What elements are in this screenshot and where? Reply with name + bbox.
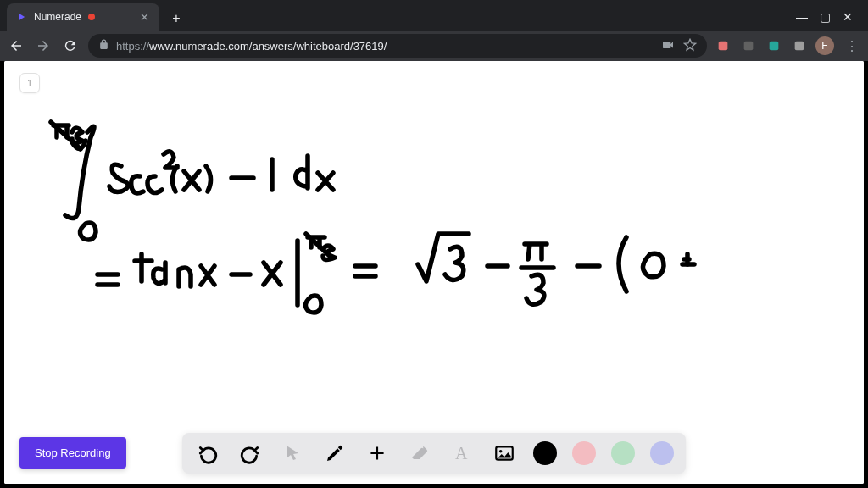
- redo-icon[interactable]: [236, 440, 264, 467]
- eraser-icon[interactable]: [406, 440, 433, 467]
- add-icon[interactable]: [364, 440, 391, 467]
- stop-recording-button[interactable]: Stop Recording: [19, 437, 126, 469]
- extension-icon-4[interactable]: [792, 38, 807, 53]
- color-swatch-purple[interactable]: [650, 441, 674, 465]
- extension-icon-3[interactable]: [766, 38, 782, 53]
- extension-icon-2[interactable]: [741, 38, 756, 53]
- minimize-icon[interactable]: —: [796, 10, 808, 24]
- avatar[interactable]: F: [815, 36, 834, 55]
- maximize-icon[interactable]: ▢: [820, 10, 831, 24]
- tab-bar: Numerade ✕ + — ▢ ✕: [0, 0, 868, 30]
- pen-icon[interactable]: [321, 440, 348, 467]
- svg-rect-0: [719, 42, 728, 51]
- play-icon: [15, 11, 27, 23]
- forward-icon[interactable]: [34, 36, 53, 55]
- menu-icon[interactable]: ⋮: [843, 36, 861, 55]
- window-controls: — ▢ ✕: [796, 10, 861, 30]
- undo-icon[interactable]: [194, 440, 221, 467]
- cursor-icon[interactable]: [279, 440, 306, 467]
- color-swatch-pink[interactable]: [572, 441, 596, 465]
- whiteboard-canvas[interactable]: 1: [4, 61, 864, 484]
- camera-icon[interactable]: [661, 38, 675, 54]
- color-swatch-green[interactable]: [611, 441, 635, 465]
- whiteboard-toolbar: A: [182, 433, 686, 474]
- tab-title: Numerade: [34, 11, 81, 23]
- svg-text:A: A: [455, 444, 468, 463]
- close-window-icon[interactable]: ✕: [843, 10, 853, 24]
- url-text: https://www.numerade.com/answers/whitebo…: [116, 40, 387, 53]
- star-icon[interactable]: [683, 38, 697, 54]
- close-icon[interactable]: ✕: [137, 10, 151, 24]
- handwriting-layer: [13, 75, 843, 380]
- address-bar[interactable]: https://www.numerade.com/answers/whitebo…: [88, 34, 707, 58]
- address-row: https://www.numerade.com/answers/whitebo…: [0, 30, 868, 61]
- text-icon[interactable]: A: [448, 440, 476, 467]
- browser-tab[interactable]: Numerade ✕: [7, 3, 159, 30]
- lock-icon: [98, 39, 109, 53]
- recording-indicator-icon: [88, 14, 95, 20]
- extension-icon-1[interactable]: [715, 38, 731, 53]
- reload-icon[interactable]: [61, 36, 80, 55]
- browser-chrome: Numerade ✕ + — ▢ ✕ https://www.numerade.…: [0, 0, 868, 61]
- page-content: 1: [4, 61, 864, 484]
- extension-icons: [715, 38, 807, 53]
- image-icon[interactable]: [491, 440, 518, 467]
- svg-rect-1: [744, 42, 754, 51]
- new-tab-button[interactable]: +: [164, 7, 188, 30]
- back-icon[interactable]: [7, 36, 25, 55]
- svg-rect-2: [770, 42, 779, 51]
- svg-point-6: [499, 450, 502, 452]
- svg-rect-3: [795, 42, 804, 51]
- color-swatch-black[interactable]: [533, 441, 557, 465]
